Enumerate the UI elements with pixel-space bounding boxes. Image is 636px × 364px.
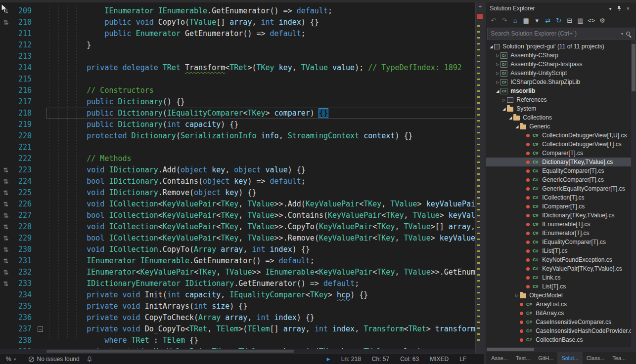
tree-item[interactable]: ◢C#mscorlib (486, 86, 636, 95)
indicator-margin[interactable] (0, 289, 12, 301)
fold-margin[interactable] (37, 267, 46, 278)
tree-item[interactable]: C#IEqualityComparer[T].cs (486, 238, 636, 246)
line-number[interactable]: 236 (12, 312, 37, 324)
code-text[interactable]: private void Init(int capacity, IEqualit… (46, 289, 475, 301)
expand-arrow-icon[interactable]: ◢ (501, 107, 507, 111)
scope-selector-icon[interactable]: ▤ (521, 15, 531, 26)
collapse-arrow-icon[interactable]: ▷ (495, 62, 500, 67)
line-number[interactable]: 214 (12, 62, 37, 74)
reference-arrows-icon[interactable]: ⇅ (3, 166, 9, 174)
tree-item[interactable]: ▷C#Assembly-UnityScript (486, 69, 636, 78)
line-number[interactable]: 230 (12, 244, 37, 255)
code-line[interactable]: 221 (0, 142, 475, 153)
code-text[interactable]: private delegate TRet Transform<TRet>(TK… (46, 62, 475, 74)
fold-margin[interactable] (37, 301, 46, 312)
indicator-margin[interactable] (0, 85, 12, 96)
tree-item[interactable]: ◢Collections (486, 113, 636, 122)
indicator-margin[interactable] (0, 108, 12, 119)
line-number[interactable]: 215 (12, 74, 37, 85)
collapse-arrow-icon[interactable]: ▷ (514, 293, 520, 298)
indicator-margin[interactable]: ⇅ (0, 164, 12, 176)
expand-arrow-icon[interactable]: ◢ (507, 116, 513, 120)
code-line[interactable]: ⇅210 public void CopyTo(TValue[] array, … (0, 17, 475, 28)
tree-vertical-scrollbar[interactable] (631, 40, 636, 347)
reference-arrows-icon[interactable]: ⇅ (3, 280, 9, 287)
search-input[interactable] (488, 30, 621, 37)
tree-item[interactable]: C#IEnumerator[T].cs (486, 229, 636, 238)
column-indicator[interactable]: Col: 63 (400, 356, 419, 363)
tree-item[interactable]: C#CollectionDebuggerView[T,U].cs (486, 131, 636, 140)
encoding-indicator[interactable]: MIXED (430, 356, 449, 363)
code-line[interactable]: 219 public Dictionary(int capacity) {} (0, 119, 475, 130)
tree-item[interactable]: ▷C#Assembly-CSharp-firstpass (486, 60, 636, 69)
home-icon[interactable]: ⌂ (510, 15, 520, 26)
back-icon[interactable]: ↶ (488, 15, 499, 26)
tool-window-tab[interactable]: Solut... (557, 352, 582, 364)
indicator-margin[interactable]: ⇅ (0, 244, 12, 255)
expand-arrow-icon[interactable]: ◢ (495, 89, 500, 93)
line-number[interactable]: 220 (12, 130, 37, 142)
collapse-arrow-icon[interactable]: ▷ (495, 71, 500, 76)
close-icon[interactable]: × (624, 2, 633, 14)
line-number[interactable]: 213 (12, 51, 37, 62)
code-text[interactable]: public Dictionary(IEqualityComparer<TKey… (46, 108, 475, 119)
code-line[interactable]: ⇅232 IEnumerator<KeyValuePair<TKey, TVal… (0, 267, 475, 278)
tree-item[interactable]: C#KeyValuePair[TKey,TValue].cs (486, 264, 636, 273)
tool-window-tab[interactable]: GitH... (534, 352, 557, 364)
forward-icon[interactable]: ↷ (499, 15, 509, 26)
code-line[interactable]: 237− private void Do_CopyTo<TRet, TElem>… (0, 324, 475, 335)
line-number[interactable]: 231 (12, 255, 37, 267)
search-box[interactable]: ▾ (487, 28, 635, 40)
code-text[interactable]: private void Do_CopyTo<TRet, TElem>(TEle… (46, 324, 475, 335)
line-number[interactable]: 218 (12, 108, 37, 119)
code-text[interactable]: public Enumerator GetEnumerator() => def… (46, 28, 475, 40)
tree-item[interactable]: C#Comparer[T].cs (486, 149, 636, 158)
indicator-margin[interactable] (0, 312, 12, 324)
window-position-icon[interactable]: ▾ (606, 2, 615, 14)
reference-arrows-icon[interactable]: ⇅ (3, 201, 9, 208)
document-health-indicator[interactable]: No issues found (28, 356, 80, 363)
code-line[interactable]: ⇅229 bool ICollection<KeyValuePair<TKey,… (0, 233, 475, 244)
code-line[interactable]: 218 public Dictionary(IEqualityComparer<… (0, 108, 475, 119)
fold-margin[interactable] (37, 17, 46, 28)
tool-window-tab[interactable]: Asse... (487, 352, 512, 364)
fold-margin[interactable] (37, 278, 46, 289)
fold-margin[interactable] (37, 210, 46, 221)
code-text[interactable]: public Dictionary(int capacity) {} (46, 119, 475, 130)
fold-margin[interactable] (37, 221, 46, 233)
search-icon[interactable] (626, 32, 630, 36)
fold-margin[interactable] (37, 176, 46, 187)
tool-window-tab[interactable]: Tea... (608, 352, 630, 364)
reference-arrows-icon[interactable]: ⇅ (3, 246, 9, 253)
code-text[interactable] (46, 74, 475, 85)
eol-indicator[interactable]: LF (459, 356, 466, 363)
line-number[interactable]: 224 (12, 176, 37, 187)
fold-margin[interactable] (37, 108, 46, 119)
indicator-margin[interactable]: ⇅ (0, 255, 12, 267)
fold-margin[interactable] (37, 289, 46, 301)
show-all-files-icon[interactable]: ▥ (575, 15, 586, 26)
code-text[interactable] (46, 142, 475, 153)
line-indicator[interactable]: Ln: 218 (341, 356, 361, 363)
indicator-margin[interactable] (0, 51, 12, 62)
code-text[interactable]: IEnumerator<KeyValuePair<TKey, TValue>> … (46, 267, 475, 278)
indicator-margin[interactable]: ⇅ (0, 187, 12, 199)
editor-horizontal-scrollbar[interactable] (0, 349, 475, 354)
line-number[interactable]: 225 (12, 187, 37, 199)
indicator-margin[interactable]: ⇅ (0, 221, 12, 233)
line-number[interactable]: 227 (12, 210, 37, 221)
indicator-margin[interactable] (0, 324, 12, 335)
indicator-margin[interactable] (0, 62, 12, 74)
tree-item[interactable]: C#BitArray.cs (486, 309, 636, 318)
fold-margin[interactable] (37, 119, 46, 130)
code-line[interactable]: ⇅223 void IDictionary.Add(object key, ob… (0, 164, 475, 176)
tree-item[interactable]: ▷C#ICSharpCode.SharpZipLib (486, 78, 636, 86)
panel-title-bar[interactable]: Solution Explorer ▾ × (486, 2, 636, 14)
indicator-margin[interactable]: ⇅ (0, 278, 12, 289)
code-text[interactable]: private void CopyToCheck(Array array, in… (46, 312, 475, 324)
tree-item[interactable]: C#GenericComparer[T].cs (486, 175, 636, 184)
fold-margin[interactable] (37, 40, 46, 51)
fold-margin[interactable] (37, 51, 46, 62)
code-text[interactable]: void IDictionary.Add(object key, object … (46, 164, 475, 176)
tree-item[interactable]: C#CaseInsensitiveComparer.cs (486, 318, 636, 326)
